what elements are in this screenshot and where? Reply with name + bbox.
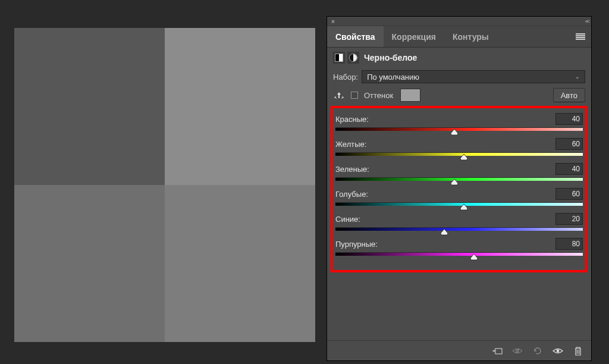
svg-point-3 <box>557 349 560 352</box>
adjustment-layer-icon <box>347 52 359 64</box>
slider-value-input[interactable] <box>555 238 583 250</box>
canvas-tile <box>165 28 315 185</box>
slider-track[interactable] <box>335 127 583 133</box>
slider-label: Желтые: <box>335 140 366 149</box>
properties-panel: × << Свойства Коррекция Контуры Черно-бе… <box>327 17 591 360</box>
adjustment-header: Черно-белое <box>327 48 591 68</box>
panel-titlebar: × << <box>327 17 591 26</box>
slider-value-input[interactable] <box>555 138 583 150</box>
slider-thumb[interactable] <box>451 129 458 136</box>
slider-track[interactable] <box>335 252 583 258</box>
toggle-visibility-icon[interactable] <box>551 344 565 358</box>
canvas-tile <box>14 185 165 342</box>
color-slider: Голубые: <box>335 188 583 208</box>
targeted-adjustment-icon[interactable] <box>333 89 345 101</box>
preset-select[interactable]: По умолчанию ⌄ <box>362 70 585 83</box>
tab-properties[interactable]: Свойства <box>327 26 384 47</box>
slider-label: Пурпурные: <box>335 240 378 249</box>
panel-tab-row: Свойства Коррекция Контуры <box>327 26 591 48</box>
tint-checkbox[interactable] <box>351 92 358 99</box>
reset-icon[interactable] <box>530 344 545 358</box>
preset-label: Набор: <box>333 73 358 81</box>
preset-row: Набор: По умолчанию ⌄ <box>327 68 591 86</box>
slider-label: Синие: <box>335 215 360 224</box>
color-slider: Синие: <box>335 213 583 233</box>
slider-value-input[interactable] <box>555 213 583 225</box>
black-white-icon <box>333 52 345 64</box>
tint-color-swatch[interactable] <box>400 89 420 102</box>
slider-label: Голубые: <box>335 190 368 199</box>
tab-paths[interactable]: Контуры <box>444 26 497 47</box>
slider-label: Красные: <box>335 115 369 124</box>
slider-track[interactable] <box>335 202 583 208</box>
slider-thumb[interactable] <box>451 179 458 186</box>
slider-thumb[interactable] <box>460 204 467 211</box>
color-slider: Зеленые: <box>335 163 583 183</box>
slider-track[interactable] <box>335 152 583 158</box>
canvas-tile <box>14 28 165 185</box>
canvas-tile <box>165 185 315 342</box>
color-slider: Желтые: <box>335 138 583 158</box>
clip-to-layer-icon[interactable] <box>490 344 504 358</box>
auto-button[interactable]: Авто <box>553 88 585 102</box>
tint-label: Оттенок <box>364 91 393 100</box>
slider-value-input[interactable] <box>555 113 583 125</box>
slider-thumb[interactable] <box>460 154 467 161</box>
slider-thumb[interactable] <box>441 229 448 236</box>
tint-row: Оттенок Авто <box>327 86 591 105</box>
view-previous-state-icon[interactable] <box>510 344 525 358</box>
sliders-highlight: Красные:Желтые:Зеленые:Голубые:Синие:Пур… <box>331 106 588 272</box>
slider-label: Зеленые: <box>335 165 369 174</box>
slider-track[interactable] <box>335 227 583 233</box>
panel-menu-icon[interactable] <box>570 26 591 47</box>
panel-footer <box>327 340 591 360</box>
color-slider: Пурпурные: <box>335 238 583 258</box>
slider-value-input[interactable] <box>555 188 583 200</box>
canvas-preview <box>14 28 315 342</box>
svg-rect-0 <box>495 349 502 354</box>
slider-value-input[interactable] <box>555 163 583 175</box>
collapse-panel-icon[interactable]: << <box>585 18 589 24</box>
tab-adjustments[interactable]: Коррекция <box>384 26 444 47</box>
slider-thumb[interactable] <box>470 254 478 261</box>
adjustment-title: Черно-белое <box>364 53 417 62</box>
close-panel-icon[interactable]: × <box>329 17 337 26</box>
slider-track[interactable] <box>335 177 583 183</box>
color-slider: Красные: <box>335 113 583 133</box>
delete-icon[interactable] <box>571 344 585 358</box>
chevron-down-icon: ⌄ <box>575 74 580 80</box>
preset-value: По умолчанию <box>367 73 419 81</box>
